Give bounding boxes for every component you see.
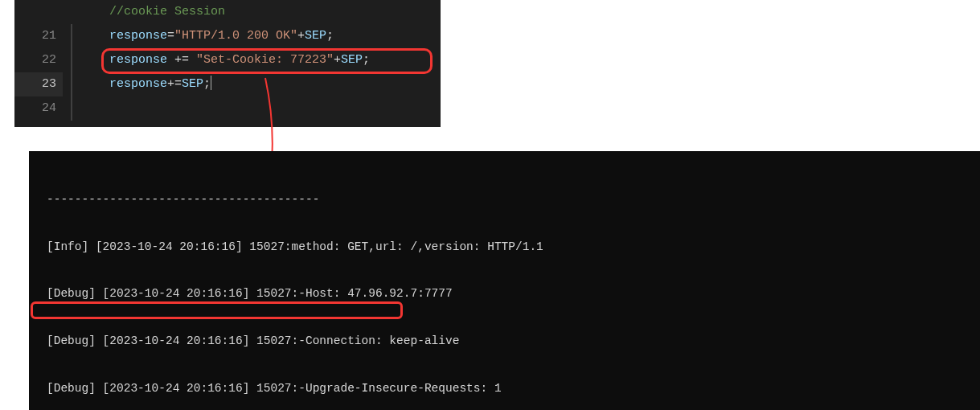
- terminal-line: [Debug] [2023-10-24 20:16:16] 15027:-Hos…: [47, 286, 980, 302]
- code-token: "Set-Cookie: 77223": [196, 53, 334, 67]
- line-number-24: 24: [14, 96, 77, 120]
- code-comment: //cookie Session: [109, 5, 225, 18]
- terminal-separator: ---------------------------------------: [47, 192, 980, 208]
- code-token: SEP: [182, 77, 203, 91]
- terminal-line: [Debug] [2023-10-24 20:16:16] 15027:-Con…: [47, 334, 980, 350]
- code-token: "HTTP/1.0 200 OK": [174, 29, 297, 43]
- code-token: ;: [203, 77, 211, 91]
- text-cursor: [211, 76, 211, 90]
- code-token: SEP: [305, 29, 326, 43]
- code-line-20[interactable]: //cookie Session: [14, 0, 441, 24]
- terminal-line: [Debug] [2023-10-24 20:16:16] 15027:-Upg…: [47, 381, 980, 397]
- code-token: +: [297, 29, 305, 43]
- code-token: ;: [326, 29, 334, 43]
- code-editor-panel[interactable]: //cookie Session 21 response="HTTP/1.0 2…: [14, 0, 441, 127]
- code-token: ;: [363, 53, 370, 67]
- terminal-panel[interactable]: --------------------------------------- …: [29, 151, 980, 410]
- code-token: response: [109, 29, 167, 43]
- line-number-23: 23: [14, 72, 77, 96]
- code-token: +=: [167, 53, 196, 67]
- code-line-21[interactable]: 21 response="HTTP/1.0 200 OK"+SEP;: [14, 24, 441, 48]
- code-token: response: [109, 77, 167, 91]
- code-token: +=: [167, 77, 182, 91]
- line-number-21: 21: [14, 24, 77, 47]
- code-token: SEP: [341, 53, 363, 67]
- code-line-22[interactable]: 22 response += "Set-Cookie: 77223"+SEP;: [14, 48, 441, 72]
- code-token: response: [109, 53, 167, 67]
- code-token: +: [334, 53, 341, 67]
- code-line-24[interactable]: 24: [14, 96, 441, 121]
- code-line-23[interactable]: 23 response+=SEP;: [14, 72, 441, 96]
- line-number-22: 22: [14, 48, 77, 72]
- code-token: =: [167, 29, 174, 43]
- terminal-line: [Info] [2023-10-24 20:16:16] 15027:metho…: [47, 240, 980, 256]
